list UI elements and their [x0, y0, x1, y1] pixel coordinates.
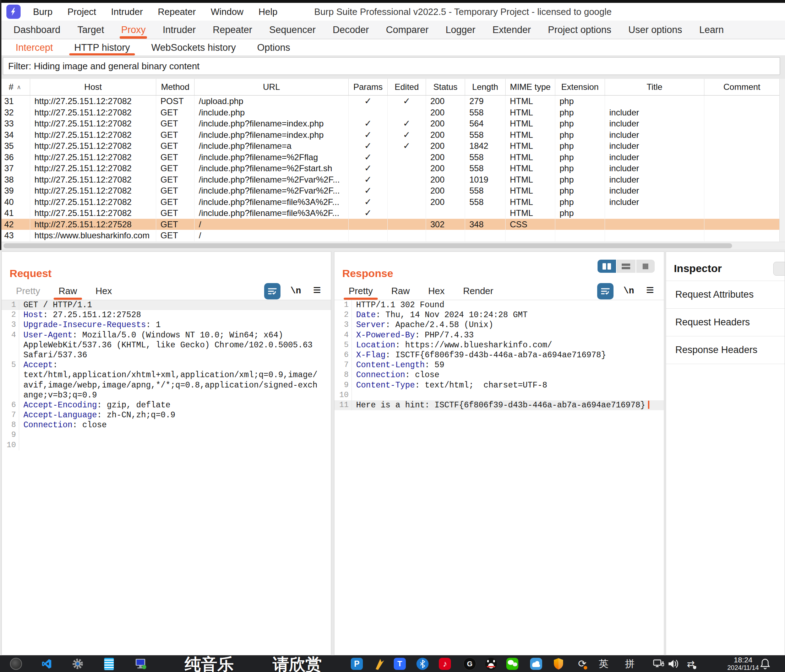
security-shield-icon[interactable] — [551, 657, 566, 671]
qq-icon[interactable] — [484, 657, 498, 671]
audio-player-icon[interactable] — [9, 657, 23, 671]
ghub-icon[interactable]: G — [463, 657, 477, 671]
wechat-icon[interactable] — [505, 657, 519, 671]
table-row[interactable]: 43https://www.bluesharkinfo.comGET/ — [0, 230, 780, 241]
column-header-status[interactable]: Status — [426, 79, 465, 95]
menu-item-intruder[interactable]: Intruder — [104, 3, 150, 20]
table-row[interactable]: 40http://27.25.151.12:27082GET/include.p… — [0, 196, 780, 208]
projector-icon[interactable] — [652, 657, 666, 671]
table-row[interactable]: 33http://27.25.151.12:27082GET/include.p… — [0, 118, 780, 129]
yellow-swoosh-icon[interactable] — [372, 657, 386, 671]
notes-icon[interactable] — [102, 657, 116, 671]
request-panel-title: Request — [9, 268, 52, 280]
bluetooth-icon[interactable] — [415, 657, 430, 671]
request-editor[interactable]: 1GET / HTTP/1.12Host: 27.25.151.12:27528… — [2, 300, 331, 655]
table-vertical-scrollbar[interactable] — [779, 79, 785, 241]
table-row[interactable]: 39http://27.25.151.12:27082GET/include.p… — [0, 185, 780, 196]
menu-item-help[interactable]: Help — [251, 3, 285, 20]
horizontal-scrollbar-thumb[interactable] — [3, 243, 732, 248]
menu-item-project[interactable]: Project — [60, 3, 104, 20]
show-newlines-button[interactable]: \n — [291, 283, 301, 299]
request-tab-pretty[interactable]: Pretty — [7, 282, 49, 300]
tab-target[interactable]: Target — [69, 20, 113, 39]
remote-desktop-icon[interactable] — [133, 657, 148, 671]
column-header-host[interactable]: Host — [30, 79, 156, 95]
taskbar-clock[interactable]: 18:242024/11/14 — [722, 656, 764, 671]
request-tab-raw[interactable]: Raw — [49, 282, 86, 300]
inspector-collapse-button[interactable] — [773, 262, 785, 276]
subtab-options[interactable]: Options — [246, 39, 301, 55]
menu-item-window[interactable]: Window — [203, 3, 251, 20]
tab-user-options[interactable]: User options — [620, 20, 691, 39]
cell-status: 200 — [426, 174, 465, 185]
column-header-params[interactable]: Params — [349, 79, 388, 95]
table-row[interactable]: 41http://27.25.151.12:27082GET/include.p… — [0, 207, 780, 219]
show-newlines-button[interactable]: \n — [624, 283, 634, 299]
layout-columns-button[interactable] — [597, 260, 617, 273]
word-wrap-toggle-button[interactable] — [264, 283, 280, 299]
tab-comparer[interactable]: Comparer — [377, 20, 437, 39]
layout-single-button[interactable] — [636, 260, 655, 273]
tab-sequencer[interactable]: Sequencer — [261, 20, 324, 39]
table-row[interactable]: 32http://27.25.151.12:27082GET/include.p… — [0, 107, 780, 118]
inspector-section-request-attributes[interactable]: Request Attributes — [666, 281, 785, 309]
response-menu-icon[interactable]: ≡ — [646, 282, 654, 298]
tab-intruder[interactable]: Intruder — [154, 20, 204, 39]
response-tab-render[interactable]: Render — [454, 282, 502, 300]
weather-icon[interactable] — [529, 657, 543, 671]
table-horizontal-scrollbar[interactable] — [0, 242, 785, 249]
request-menu-icon[interactable]: ≡ — [313, 282, 321, 298]
column-header-url[interactable]: URL — [195, 79, 349, 95]
tab-project-options[interactable]: Project options — [539, 20, 620, 39]
column-header-length[interactable]: Length — [465, 79, 505, 95]
table-row[interactable]: 31http://27.25.151.12:27082POST/upload.p… — [0, 96, 780, 107]
inspector-section-response-headers[interactable]: Response Headers — [666, 336, 785, 364]
filter-bar[interactable]: Filter: Hiding image and general binary … — [3, 57, 780, 75]
cell-status: 200 — [426, 185, 465, 196]
request-tab-hex[interactable]: Hex — [86, 282, 121, 300]
layout-rows-button[interactable] — [617, 260, 636, 273]
translator-icon[interactable]: T — [392, 657, 407, 671]
cell-host: http://27.25.151.12:27082 — [30, 207, 156, 219]
table-row[interactable]: 36http://27.25.151.12:27082GET/include.p… — [0, 152, 780, 163]
inspector-section-request-headers[interactable]: Request Headers — [666, 309, 785, 336]
device-sync-icon[interactable]: ⇄ — [684, 657, 698, 671]
sync-icon[interactable]: ⟳ — [575, 657, 590, 671]
volume-icon[interactable] — [666, 657, 680, 671]
table-row[interactable]: 34http://27.25.151.12:27082GET/include.p… — [0, 129, 780, 141]
menu-item-repeater[interactable]: Repeater — [150, 3, 203, 20]
pycharm-icon[interactable]: P — [350, 657, 364, 671]
subtab-http-history[interactable]: HTTP history — [64, 39, 141, 55]
subtab-websockets-history[interactable]: WebSockets history — [141, 39, 246, 55]
table-row[interactable]: 35http://27.25.151.12:27082GET/include.p… — [0, 140, 780, 152]
column-header-method[interactable]: Method — [156, 79, 195, 95]
tab-proxy[interactable]: Proxy — [113, 20, 154, 39]
netease-music-icon[interactable]: ♪ — [438, 657, 452, 671]
tab-dashboard[interactable]: Dashboard — [5, 20, 69, 39]
column-header-mime-type[interactable]: MIME type — [505, 79, 555, 95]
response-tab-hex[interactable]: Hex — [419, 282, 454, 300]
table-row[interactable]: 38http://27.25.151.12:27082GET/include.p… — [0, 174, 780, 185]
tab-extender[interactable]: Extender — [484, 20, 539, 39]
word-wrap-toggle-button[interactable] — [597, 283, 613, 299]
column-header-extension[interactable]: Extension — [555, 79, 605, 95]
column-header-[interactable]: #∧ — [0, 79, 30, 95]
ime-pinyin-indicator[interactable]: 拼 — [623, 657, 637, 671]
tab-repeater[interactable]: Repeater — [204, 20, 261, 39]
subtab-intercept[interactable]: Intercept — [5, 39, 64, 55]
vscode-icon[interactable] — [39, 657, 54, 671]
ime-english-indicator[interactable]: 英 — [596, 657, 611, 671]
tab-learn[interactable]: Learn — [691, 20, 732, 39]
menu-item-burp[interactable]: Burp — [25, 3, 60, 20]
settings-gear-icon[interactable] — [70, 657, 85, 671]
table-row[interactable]: 42http://27.25.151.12:27528GET/302348CSS — [0, 219, 780, 230]
response-tab-raw[interactable]: Raw — [382, 282, 419, 300]
table-row[interactable]: 37http://27.25.151.12:27082GET/include.p… — [0, 163, 780, 174]
response-editor[interactable]: 1HTTP/1.1 302 Found2Date: Thu, 14 Nov 20… — [335, 300, 664, 655]
column-header-edited[interactable]: Edited — [388, 79, 426, 95]
tab-logger[interactable]: Logger — [437, 20, 484, 39]
column-header-title[interactable]: Title — [605, 79, 704, 95]
tab-decoder[interactable]: Decoder — [324, 20, 377, 39]
column-header-comment[interactable]: Comment — [704, 79, 780, 95]
response-tab-pretty[interactable]: Pretty — [339, 282, 382, 300]
